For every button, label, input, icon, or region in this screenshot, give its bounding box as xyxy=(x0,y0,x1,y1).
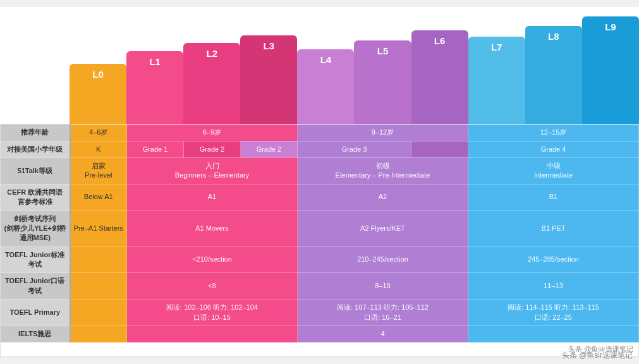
table-cell: Grade 4 xyxy=(468,141,639,157)
row-header: CEFR 欧洲共同语言参考标准 xyxy=(1,184,70,210)
row-header: IELTS雅思 xyxy=(1,326,70,343)
table-cell: 阅读: 107–113 听力: 105–112 口语: 16–21 xyxy=(298,300,468,326)
table-cell: 11–13 xyxy=(468,273,639,300)
table-row: 剑桥考试序列 (剑桥少儿YLE+剑桥通用MSE)Pre–A1 StartersA… xyxy=(1,210,639,246)
table-cell xyxy=(70,300,127,326)
row-header: TOEFL Junior标准考试 xyxy=(1,246,70,273)
bars-row: L0L1L2L3L4L5L6L7L8L9 xyxy=(0,13,639,124)
chart-area: L0L1L2L3L4L5L6L7L8L9 xyxy=(0,7,639,124)
table-row: TOEFL Primary阅读: 102–106 听力: 102–104 口语:… xyxy=(1,300,639,326)
bar-l4: L4 xyxy=(297,49,354,124)
table-cell: A2 Flyers/KET xyxy=(298,210,468,246)
table-cell: Grade 2 xyxy=(241,141,298,157)
row-header: 对接美国小学年级 xyxy=(1,141,70,157)
table-cell: 4 xyxy=(298,326,468,343)
table-cell: 6–9岁 xyxy=(127,124,298,141)
bar-l7: L7 xyxy=(468,37,525,124)
table-cell: 阅读: 114–115 听力: 113–115 口语: 22–25 xyxy=(468,300,639,326)
table-row: CEFR 欧洲共同语言参考标准Below A1A1A2B1 xyxy=(1,184,639,210)
bar-l5: L5 xyxy=(354,40,411,124)
table-cell: K xyxy=(70,141,127,157)
table-wrapper: 推荐年龄4–6岁6–9岁9–12岁12–15岁对接美国小学年级KGrade 1G… xyxy=(0,124,639,357)
bar-l1: L1 xyxy=(126,51,183,124)
row-header: 51Talk等级 xyxy=(1,157,70,184)
bar-l2: L2 xyxy=(183,43,240,124)
table-cell: 阅读: 102–106 听力: 102–104 口语: 10–15 xyxy=(127,300,298,326)
table-row: TOEFL Junior口语考试<88–1011–13 xyxy=(1,273,639,300)
table-cell: Grade 2 xyxy=(184,141,241,157)
table-cell xyxy=(127,326,298,343)
bar-l8: L8 xyxy=(525,26,582,124)
table-cell: 入门 Beginners – Elementary xyxy=(127,157,298,184)
row-header: 剑桥考试序列 (剑桥少儿YLE+剑桥通用MSE) xyxy=(1,210,70,246)
table-cell: Grade 3 xyxy=(298,141,411,157)
main-container: L0L1L2L3L4L5L6L7L8L9 推荐年龄4–6岁6–9岁9–12岁12… xyxy=(0,7,639,357)
table-cell xyxy=(70,246,127,273)
table-cell: 4–6岁 xyxy=(70,124,127,141)
row-header: 推荐年龄 xyxy=(1,124,70,141)
table-cell xyxy=(411,141,468,157)
table-cell xyxy=(70,326,127,343)
table-cell: 210–245/section xyxy=(298,246,468,273)
table-cell: 245–285/section xyxy=(468,246,639,273)
table-cell: Below A1 xyxy=(70,184,127,210)
table-cell: 初级 Elementary – Pre-Intermediate xyxy=(298,157,468,184)
table-cell: 12–15岁 xyxy=(468,124,639,141)
row-header: TOEFL Junior口语考试 xyxy=(1,273,70,300)
table-cell: 中级 Intermediate xyxy=(468,157,639,184)
table-row: 推荐年龄4–6岁6–9岁9–12岁12–15岁 xyxy=(1,124,639,141)
bar-l3: L3 xyxy=(240,35,297,124)
watermark: 头条 @鱼sir选课笔记 xyxy=(562,350,633,357)
bar-l6: L6 xyxy=(411,30,468,124)
table-cell: 启蒙 Pre-level xyxy=(70,157,127,184)
table-cell: B1 xyxy=(468,184,639,210)
table-cell: 9–12岁 xyxy=(298,124,468,141)
table-cell: A1 xyxy=(127,184,298,210)
table-cell xyxy=(70,273,127,300)
table-row: 51Talk等级启蒙 Pre-level入门 Beginners – Eleme… xyxy=(1,157,639,184)
levels-table: 推荐年龄4–6岁6–9岁9–12岁12–15岁对接美国小学年级KGrade 1G… xyxy=(0,124,639,357)
table-cell: A2 xyxy=(298,184,468,210)
table-row: 对接美国小学年级KGrade 1Grade 2Grade 2Grade 3Gra… xyxy=(1,141,639,157)
table-cell xyxy=(468,326,639,343)
table-cell: 8–10 xyxy=(298,273,468,300)
table-cell: Pre–A1 Starters xyxy=(70,210,127,246)
bar-l9: L9 xyxy=(582,16,639,124)
table-cell: A1 Movers xyxy=(127,210,298,246)
watermark-row: 头条 @鱼sir选课笔记 xyxy=(1,343,639,356)
table-cell: <8 xyxy=(127,273,298,300)
table-row: IELTS雅思4 xyxy=(1,326,639,343)
table-row: TOEFL Junior标准考试<210/section210–245/sect… xyxy=(1,246,639,273)
table-cell: Grade 1 xyxy=(127,141,184,157)
bar-l0: L0 xyxy=(70,64,126,124)
row-header: TOEFL Primary xyxy=(1,300,70,326)
table-cell: B1 PET xyxy=(468,210,639,246)
table-cell: <210/section xyxy=(127,246,298,273)
